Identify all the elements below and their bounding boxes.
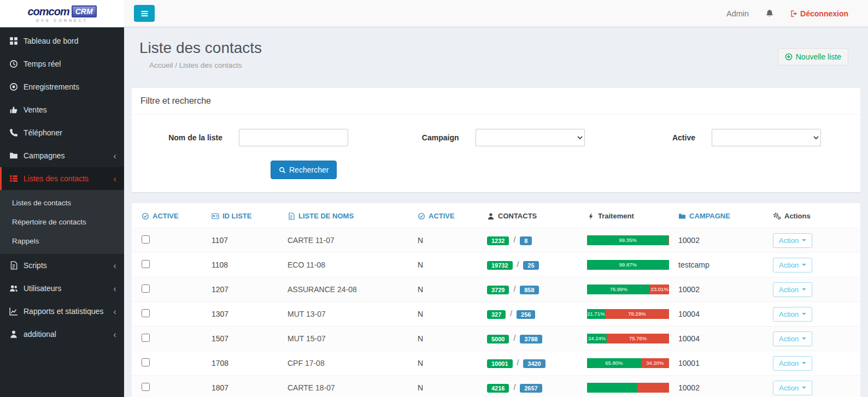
action-button-label: Action bbox=[779, 359, 799, 368]
remaining-count-badge: 256 bbox=[517, 310, 535, 319]
submenu-item-listes-de-contacts[interactable]: Listes de contacts bbox=[0, 193, 124, 212]
column-header-id-liste[interactable]: ID LISTE bbox=[212, 204, 288, 228]
new-list-button[interactable]: Nouvelle liste bbox=[778, 48, 848, 66]
sidebar-item-enregistrements[interactable]: Enregistrements bbox=[0, 75, 124, 98]
cell-treatment: 76.99% 23.01% bbox=[587, 285, 678, 294]
contacts-table-panel: ACTIVE ID LISTE LISTE DE NOMS ACTIVE CON… bbox=[132, 203, 860, 397]
sidebar-item-utilisateurs[interactable]: Utilisateurs bbox=[0, 277, 124, 300]
row-checkbox[interactable] bbox=[142, 235, 150, 244]
action-button[interactable]: Action bbox=[773, 331, 812, 346]
cell-campaign: 10004 bbox=[678, 310, 773, 318]
active-select[interactable] bbox=[712, 129, 821, 146]
logout-link[interactable]: Déconnexion bbox=[790, 9, 848, 18]
sidebar-item-scripts[interactable]: Scripts bbox=[0, 254, 124, 277]
progress-green-segment: 21.71% bbox=[587, 309, 605, 319]
contacts-separator: / bbox=[517, 260, 519, 269]
bolt-icon bbox=[587, 212, 595, 220]
sidebar-item-label: Ventes bbox=[24, 105, 47, 114]
column-header-contacts[interactable]: CONTACTS bbox=[487, 204, 587, 228]
sidebar-item-campagnes[interactable]: Campagnes bbox=[0, 144, 124, 167]
contacts-count-badge: 1232 bbox=[487, 236, 509, 245]
page-header: Liste des contacts Accueil / Listes des … bbox=[132, 34, 860, 69]
cell-list-name: MUT 13-07 bbox=[288, 310, 418, 318]
caret-down-icon bbox=[802, 313, 806, 315]
submenu-item-rappels[interactable]: Rappels bbox=[0, 232, 124, 251]
table-row: 1207 ASSURANCE 24-08 N 3729 / 858 76.99%… bbox=[132, 277, 860, 302]
main-area: Admin Déconnexion Liste des contacts Acc… bbox=[124, 0, 868, 397]
list-name-input[interactable] bbox=[239, 129, 348, 146]
progress-red-segment bbox=[668, 235, 669, 245]
action-button-label: Action bbox=[779, 236, 799, 245]
action-button-label: Action bbox=[779, 384, 799, 392]
sidebar-item-rapports-et-statistiques[interactable]: Rapports et statistiques bbox=[0, 300, 124, 323]
action-button[interactable]: Action bbox=[773, 356, 812, 371]
check-circle-icon bbox=[142, 212, 149, 220]
cell-list-name: ECO 11-08 bbox=[288, 260, 418, 269]
progress-green-segment: 65.80% bbox=[587, 358, 641, 368]
app-logo[interactable]: comcom CRM DVS CONNECT bbox=[0, 0, 124, 27]
action-button[interactable]: Action bbox=[773, 381, 812, 395]
row-checkbox[interactable] bbox=[142, 285, 150, 293]
action-button[interactable]: Action bbox=[773, 307, 812, 322]
row-checkbox[interactable] bbox=[142, 358, 150, 366]
column-header-active[interactable]: ACTIVE bbox=[142, 204, 212, 228]
row-checkbox[interactable] bbox=[142, 260, 150, 268]
column-header-active[interactable]: ACTIVE bbox=[418, 204, 487, 228]
column-header-campagne[interactable]: CAMPAGNE bbox=[678, 204, 773, 228]
column-header-liste-de-noms[interactable]: LISTE DE NOMS bbox=[288, 204, 418, 228]
cell-campaign: testcamp bbox=[678, 260, 773, 269]
row-checkbox[interactable] bbox=[142, 309, 150, 317]
chart-icon bbox=[9, 307, 18, 316]
action-button[interactable]: Action bbox=[773, 233, 812, 248]
dashboard-icon bbox=[9, 37, 18, 45]
search-button[interactable]: Rechercher bbox=[271, 161, 337, 179]
cell-campaign: 10001 bbox=[678, 359, 773, 368]
filter-panel: Filtre et recherche Nom de la liste Camp… bbox=[132, 88, 860, 192]
bell-icon bbox=[765, 9, 774, 18]
action-button[interactable]: Action bbox=[773, 282, 812, 297]
treatment-progress-bar: 65.80% 34.20% bbox=[587, 358, 669, 368]
row-checkbox[interactable] bbox=[142, 383, 150, 391]
chevron-left-icon bbox=[113, 330, 116, 339]
chevron-left-icon bbox=[113, 307, 116, 316]
table-row: 1307 MUT 13-07 N 327 / 256 21.71% 78.29%… bbox=[132, 302, 860, 327]
notifications-button[interactable] bbox=[765, 9, 774, 18]
chevron-left-icon bbox=[113, 174, 116, 183]
chevron-left-icon bbox=[113, 284, 116, 293]
sign-out-icon bbox=[790, 10, 798, 17]
column-header-actions[interactable]: Actions bbox=[773, 204, 853, 228]
sidebar-item-label: additional bbox=[24, 330, 56, 339]
sidebar-submenu: Listes de contacts Répertoire de contact… bbox=[0, 190, 124, 254]
progress-green-segment: 24.24% bbox=[587, 334, 607, 343]
plus-circle-icon bbox=[785, 53, 793, 61]
sidebar-item-temps-reel[interactable]: Temps réel bbox=[0, 52, 124, 75]
sidebar-item-additional[interactable]: additional bbox=[0, 323, 124, 346]
remaining-count-badge: 3788 bbox=[520, 335, 542, 343]
table-body: 1107 CARTE 11-07 N 1232 / 8 99.35% 10002… bbox=[132, 228, 860, 397]
submenu-item-repertoire-de-contacts[interactable]: Répertoire de contacts bbox=[0, 212, 124, 232]
sidebar-item-ventes[interactable]: Ventes bbox=[0, 98, 124, 121]
row-checkbox[interactable] bbox=[142, 334, 150, 342]
clock-icon bbox=[9, 60, 18, 68]
sidebar-toggle-button[interactable] bbox=[134, 5, 155, 22]
contacts-separator: / bbox=[513, 334, 515, 342]
column-header-traitement[interactable]: Traitement bbox=[587, 204, 678, 228]
cell-list-name: CPF 17-08 bbox=[288, 359, 418, 368]
cell-contacts: 5000 / 3788 bbox=[487, 334, 587, 343]
cell-treatment: 65.80% 34.20% bbox=[587, 358, 678, 368]
cell-contacts: 19732 / 25 bbox=[487, 260, 587, 269]
action-button[interactable]: Action bbox=[773, 258, 812, 272]
script-icon bbox=[9, 261, 18, 270]
remaining-count-badge: 25 bbox=[523, 261, 538, 270]
sidebar-item-listes-des-contacts[interactable]: Listes des contacts bbox=[0, 167, 124, 190]
user-menu[interactable]: Admin bbox=[726, 9, 749, 18]
remaining-count-badge: 8 bbox=[520, 236, 532, 245]
breadcrumb-home[interactable]: Accueil bbox=[149, 61, 173, 69]
action-button-label: Action bbox=[779, 310, 799, 318]
remaining-count-badge: 2657 bbox=[520, 384, 542, 393]
campaign-select[interactable] bbox=[476, 129, 585, 146]
progress-green-segment: 99.35% bbox=[587, 235, 668, 245]
sidebar-item-tableau-de-bord[interactable]: Tableau de bord bbox=[0, 29, 124, 52]
sidebar-item-telephoner[interactable]: Téléphoner bbox=[0, 121, 124, 144]
file-icon bbox=[288, 212, 295, 220]
